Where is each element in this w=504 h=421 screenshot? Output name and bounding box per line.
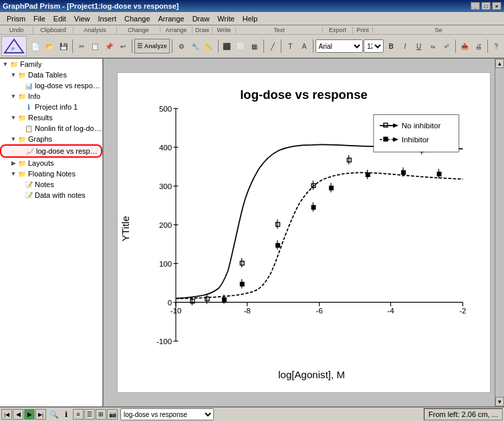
menu-arrange[interactable]: Arrange bbox=[154, 13, 188, 24]
x-tick-n4: -4 bbox=[387, 306, 394, 315]
tb-label-analysis: Analysis bbox=[74, 27, 117, 33]
paste-btn[interactable]: 📌 bbox=[102, 39, 116, 53]
arrange-btn2[interactable]: ⬜ bbox=[234, 39, 247, 53]
nav-prev-btn[interactable]: ◀ bbox=[13, 409, 23, 420]
change-btn2[interactable]: 🔧 bbox=[188, 39, 202, 53]
scroll-down-btn[interactable]: ▼ bbox=[495, 397, 504, 406]
save-btn[interactable]: 💾 bbox=[57, 39, 70, 53]
tree-log-dose-graph[interactable]: 📈 log-dose vs response bbox=[0, 144, 102, 158]
change-btn3[interactable]: 📐 bbox=[203, 39, 216, 53]
underline-btn[interactable]: U bbox=[412, 39, 426, 53]
legend-marker-inhibitor bbox=[384, 137, 388, 141]
menu-help[interactable]: Help bbox=[239, 13, 262, 24]
sheet-name-select[interactable]: log-dose vs response bbox=[120, 408, 214, 420]
maximize-btn[interactable]: □ bbox=[481, 2, 491, 10]
status-btn3[interactable]: ⊞ bbox=[96, 409, 106, 420]
tree-family[interactable]: ▼ 📁 Family bbox=[0, 59, 102, 69]
x-tick-n8: -8 bbox=[244, 306, 251, 315]
info-toggle-icon: ▼ bbox=[9, 92, 17, 100]
position-display: From left: 2.06 cm, ... bbox=[424, 408, 503, 420]
y-tick-n100: -100 bbox=[156, 337, 172, 345]
tree-results[interactable]: ▼ 📁 Results bbox=[0, 112, 102, 123]
content-vscroll[interactable]: ▲ ▼ bbox=[495, 59, 504, 406]
data-with-notes-toggle bbox=[19, 191, 24, 199]
curve-inhibitor bbox=[176, 172, 463, 298]
tree-floating-notes[interactable]: ▼ 📁 Floating Notes bbox=[0, 168, 102, 179]
sep4 bbox=[218, 39, 219, 53]
x-tick-n10: -10 bbox=[170, 306, 182, 315]
legend-text-inhibitor: Inhibitor bbox=[402, 135, 429, 144]
nav-first-btn[interactable]: |◀ bbox=[1, 409, 12, 420]
superscript-btn[interactable]: x² bbox=[440, 39, 453, 53]
tb-label-arrange: Arrange bbox=[160, 27, 193, 33]
tree-project-info[interactable]: ℹ Project info 1 bbox=[0, 102, 102, 112]
menu-view[interactable]: View bbox=[70, 13, 94, 24]
misc-btn1[interactable]: ? bbox=[489, 39, 503, 53]
log-dose-data-label: log-dose vs response bbox=[35, 82, 102, 90]
italic-btn[interactable]: I bbox=[398, 39, 412, 53]
font-family-select[interactable]: Arial bbox=[316, 39, 363, 53]
close-btn[interactable]: × bbox=[492, 2, 501, 10]
arrange-btn3[interactable]: ▦ bbox=[248, 39, 261, 53]
menu-file[interactable]: File bbox=[29, 13, 49, 24]
navigator-sidebar: ▼ 📁 Family ▼ 📁 Data Tables 📊 log-dose vs… bbox=[0, 59, 104, 406]
write-btn1[interactable]: T bbox=[283, 39, 297, 53]
x-axis-label: log[Agonist], M bbox=[278, 369, 345, 380]
analyze-btn[interactable]: ☰ Analyze bbox=[134, 39, 170, 53]
tree-notes[interactable]: 📝 Notes bbox=[0, 179, 102, 190]
menu-write[interactable]: Write bbox=[213, 13, 238, 24]
undo-btn[interactable]: ↩ bbox=[116, 39, 130, 53]
tree-info[interactable]: ▼ 📁 Info bbox=[0, 91, 102, 102]
menu-change[interactable]: Change bbox=[120, 13, 154, 24]
subscript-btn[interactable]: x₂ bbox=[426, 39, 439, 53]
notes-icon: 📝 bbox=[24, 180, 33, 189]
new-btn[interactable]: 📄 bbox=[29, 39, 43, 53]
tree-log-dose-data[interactable]: 📊 log-dose vs response bbox=[0, 80, 102, 91]
info-folder-icon: 📁 bbox=[17, 92, 27, 101]
scroll-up-btn[interactable]: ▲ bbox=[495, 59, 504, 68]
font-size-select[interactable]: 12 bbox=[364, 39, 384, 53]
tree-data-tables[interactable]: ▼ 📁 Data Tables bbox=[0, 69, 102, 80]
svg-rect-20 bbox=[240, 282, 244, 286]
nav-last-btn[interactable]: ▶| bbox=[35, 409, 46, 420]
floating-notes-label: Floating Notes bbox=[28, 170, 76, 178]
copy-btn[interactable]: 📋 bbox=[89, 39, 102, 53]
nav-play-btn[interactable]: ▶ bbox=[24, 409, 35, 420]
window-controls[interactable]: _ □ × bbox=[471, 2, 501, 10]
titlebar: GraphPad Prism - [Project1:log-dose vs r… bbox=[0, 0, 504, 12]
cut-btn[interactable]: ✂ bbox=[75, 39, 88, 53]
bold-btn[interactable]: B bbox=[384, 39, 398, 53]
tree-data-with-notes[interactable]: 📝 Data with notes bbox=[0, 190, 102, 200]
menu-insert[interactable]: Insert bbox=[94, 13, 120, 24]
project-info-icon: ℹ bbox=[24, 102, 33, 112]
sep3 bbox=[172, 39, 172, 53]
y-tick-400: 400 bbox=[159, 143, 172, 152]
minimize-btn[interactable]: _ bbox=[471, 2, 480, 10]
floating-notes-toggle-icon: ▼ bbox=[9, 170, 17, 178]
status-btn2[interactable]: ☰ bbox=[84, 409, 95, 420]
tree-layouts[interactable]: ▶ 📁 Layouts bbox=[0, 158, 102, 168]
graphs-toggle-icon: ▼ bbox=[9, 135, 17, 143]
info-icon[interactable]: ℹ bbox=[61, 409, 72, 420]
open-btn[interactable]: 📂 bbox=[43, 39, 56, 53]
status-btn1[interactable]: ≡ bbox=[73, 409, 84, 420]
draw-btn1[interactable]: ╱ bbox=[266, 39, 279, 53]
search-icon[interactable]: 🔍 bbox=[49, 409, 59, 420]
status-btn4[interactable]: 📷 bbox=[107, 409, 118, 420]
menubar: Prism File Edit View Insert Change Arran… bbox=[0, 12, 504, 25]
notes-label: Notes bbox=[35, 180, 54, 188]
menu-prism[interactable]: Prism bbox=[3, 13, 29, 24]
arrange-btn1[interactable]: ⬛ bbox=[220, 39, 233, 53]
log-dose-data-icon: 📊 bbox=[24, 81, 33, 90]
tree-nonlin-fit[interactable]: 📋 Nonlin fit of log-dose v bbox=[0, 123, 102, 134]
menu-edit[interactable]: Edit bbox=[49, 13, 70, 24]
menu-draw[interactable]: Draw bbox=[188, 13, 214, 24]
results-toggle-icon: ▼ bbox=[9, 114, 17, 122]
export-btn[interactable]: 📤 bbox=[458, 39, 471, 53]
log-dose-graph-label: log-dose vs response bbox=[36, 147, 101, 155]
change-btn1[interactable]: ⚙ bbox=[174, 39, 188, 53]
tb-label-se: Se bbox=[373, 27, 504, 33]
write-btn2[interactable]: A bbox=[297, 39, 311, 53]
export-btn2[interactable]: 🖨 bbox=[472, 39, 485, 53]
tree-graphs[interactable]: ▼ 📁 Graphs bbox=[0, 134, 102, 144]
